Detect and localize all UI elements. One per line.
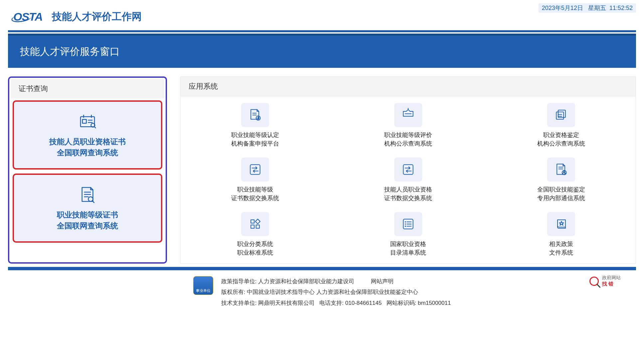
weekday: 星期五 [588, 5, 606, 11]
app-card-3[interactable]: 职业技能等级证书数据交换系统 [189, 158, 322, 202]
app-card-8[interactable]: 相关政策文件系统 [495, 212, 628, 257]
list-icon [394, 212, 422, 236]
app-system-panel: 应用系统 职业技能等级认定机构备案申报平台职业技能等级评价机构公示查询系统职业资… [180, 76, 636, 264]
svg-point-11 [88, 197, 93, 201]
cert-query-card-1[interactable]: 技能人员职业资格证书 全国联网查询系统 [13, 100, 162, 170]
gov-error-report[interactable]: 政府网站 找错 [589, 275, 621, 287]
footer-divider [8, 267, 636, 270]
app-card-line1: 国家职业资格 [390, 240, 426, 248]
date: 2023年5月12日 [542, 5, 583, 11]
divider [8, 30, 636, 32]
svg-rect-35 [251, 225, 254, 228]
card-line2: 全国联网查询系统 [57, 221, 118, 231]
app-card-line2: 机构公示查询系统 [384, 140, 432, 148]
app-card-line1: 技能人员职业资格 [384, 185, 432, 193]
app-card-line2: 专用内部通信系统 [537, 194, 585, 202]
app-card-line2: 文件系统 [549, 249, 573, 257]
footer-tech: 技术支持单位: 网鼎明天科技有限公司 电话支持: 010-84661145 网站… [221, 298, 451, 308]
svg-rect-21 [556, 112, 564, 119]
app-card-line2: 机构公示查询系统 [537, 140, 585, 148]
tag-icon [394, 103, 422, 127]
app-card-line1: 职业技能等级评价 [384, 131, 432, 139]
apps-icon [241, 212, 269, 236]
app-system-title: 应用系统 [180, 76, 636, 96]
shiye-badge-icon: 事业单位 [193, 276, 213, 295]
svg-line-7 [94, 127, 96, 128]
doc-up-icon [241, 103, 269, 127]
svg-rect-34 [251, 220, 254, 223]
cert-query-title: 证书查询 [11, 79, 164, 98]
card-line2: 全国联网查询系统 [57, 148, 118, 158]
app-card-line1: 职业技能等级认定 [231, 131, 279, 139]
card-line1: 技能人员职业资格证书 [49, 137, 126, 147]
swap-icon [241, 158, 269, 181]
app-card-5[interactable]: 全国职业技能鉴定专用内部通信系统 [495, 158, 628, 202]
svg-point-39 [405, 221, 406, 223]
svg-rect-37 [255, 219, 260, 224]
doc-search-icon [78, 185, 97, 204]
banner-title: 技能人才评价服务窗口 [20, 46, 120, 57]
app-card-6[interactable]: 职业分类系统职业标准系统 [189, 212, 322, 257]
id-card-icon [78, 112, 97, 131]
app-card-line1: 职业技能等级 [237, 185, 273, 193]
magnifier-icon [589, 277, 599, 286]
site-title: 技能人才评价工作网 [52, 10, 142, 24]
app-card-line1: 全国职业技能鉴定 [537, 185, 585, 193]
app-card-2[interactable]: 职业资格鉴定机构公示查询系统 [495, 103, 628, 148]
app-card-0[interactable]: 职业技能等级认定机构备案申报平台 [189, 103, 322, 148]
svg-rect-3 [82, 119, 86, 123]
cert-query-panel: 证书查询 技能人员职业资格证书 全国联网查询系统 职 [8, 76, 167, 264]
footer-copyright: 版权所有: 中国就业培训技术指导中心 人力资源和社会保障部职业技能鉴定中心 [221, 287, 451, 298]
svg-rect-27 [403, 165, 413, 174]
svg-marker-45 [560, 221, 564, 225]
app-card-line1: 职业资格鉴定 [543, 131, 579, 139]
footer: 事业单位 政策指导单位: 人力资源和社会保障部职业能力建设司 网站声明 版权所有… [0, 270, 644, 308]
app-card-line1: 相关政策 [549, 240, 573, 248]
svg-rect-36 [256, 225, 259, 228]
footer-guide: 政策指导单位: 人力资源和社会保障部职业能力建设司 [221, 276, 354, 287]
app-card-line2: 证书数据交换系统 [384, 194, 432, 202]
app-card-line1: 职业分类系统 [237, 240, 273, 248]
cert-query-card-2[interactable]: 职业技能等级证书 全国联网查询系统 [13, 174, 162, 243]
app-card-line2: 目录清单系统 [390, 249, 426, 257]
app-card-line2: 证书数据交换系统 [231, 194, 279, 202]
page-banner: 技能人才评价服务窗口 [8, 34, 636, 68]
datetime-bar: 2023年5月12日 星期五 11:52:52 [539, 3, 636, 13]
app-card-line2: 职业标准系统 [237, 249, 273, 257]
swap-icon [394, 158, 422, 181]
book-star-icon [547, 212, 575, 236]
stack-icon [547, 103, 575, 127]
app-card-1[interactable]: 职业技能等级评价机构公示查询系统 [342, 103, 475, 148]
logo[interactable]: OSTA [13, 10, 43, 23]
app-card-line2: 机构备案申报平台 [231, 140, 279, 148]
app-card-7[interactable]: 国家职业资格目录清单系统 [342, 212, 475, 257]
svg-rect-24 [250, 165, 260, 174]
doc-user-icon [547, 158, 575, 181]
svg-line-12 [92, 201, 94, 203]
time: 11:52:52 [609, 5, 633, 11]
site-statement-link[interactable]: 网站声明 [371, 276, 394, 287]
svg-point-43 [405, 226, 406, 227]
app-card-4[interactable]: 技能人员职业资格证书数据交换系统 [342, 158, 475, 202]
svg-point-41 [405, 223, 406, 225]
card-line1: 职业技能等级证书 [57, 210, 118, 220]
